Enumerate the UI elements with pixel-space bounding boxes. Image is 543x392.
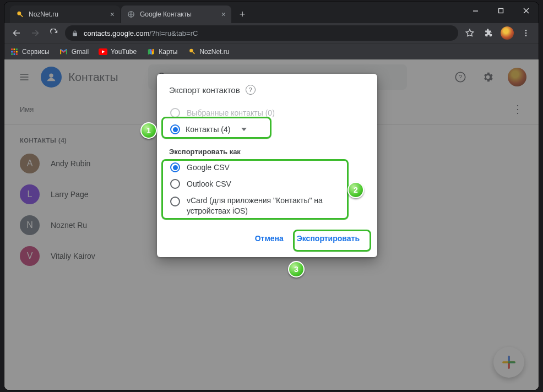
svg-point-7 (525, 35, 527, 36)
extension-icon[interactable] (480, 25, 497, 41)
dialog-title-row: Экспорт контактов ? (169, 85, 365, 95)
url-field[interactable]: contacts.google.com/?hl=ru&tab=rC (65, 25, 458, 41)
back-button[interactable] (9, 25, 24, 41)
radio-icon (170, 197, 180, 206)
help-icon[interactable]: ? (246, 85, 256, 95)
wrench-icon (15, 10, 24, 19)
svg-rect-15 (14, 53, 15, 55)
dialog-title: Экспорт контактов (169, 85, 240, 95)
radio-label: Google CSV (187, 163, 230, 172)
svg-rect-10 (16, 48, 18, 50)
maps-icon (146, 47, 155, 56)
globe-icon (127, 10, 135, 19)
youtube-icon (99, 47, 107, 56)
radio-icon (170, 179, 180, 189)
radio-icon (170, 124, 180, 134)
radio-all-contacts[interactable]: Контакты (4) (169, 121, 365, 138)
close-icon[interactable]: × (221, 10, 226, 19)
maximize-button[interactable] (488, 2, 513, 19)
svg-point-6 (525, 32, 527, 34)
address-bar: contacts.google.com/?hl=ru&tab=rC (4, 23, 539, 43)
gmail-icon (59, 47, 68, 56)
menu-icon[interactable] (518, 25, 534, 41)
radio-icon (170, 162, 180, 172)
minimize-button[interactable] (463, 2, 488, 19)
radio-label: Контакты (4) (186, 125, 230, 134)
wrench-icon (187, 47, 196, 56)
reload-button[interactable] (46, 25, 62, 41)
cancel-button[interactable]: Отмена (249, 230, 289, 247)
radio-label: vCard (для приложения "Контакты" на устр… (187, 195, 364, 216)
profile-avatar-icon[interactable] (499, 25, 515, 41)
tab-strip: NozNet.ru × Google Контакты × + (4, 2, 539, 23)
bookmark-label: Gmail (72, 48, 89, 56)
svg-point-18 (151, 49, 154, 51)
svg-rect-2 (498, 8, 503, 13)
bookmark-bar: Сервисы Gmail YouTube Карты NozNet.ru (4, 43, 539, 59)
bookmark-label: YouTube (111, 48, 137, 56)
tab-noznet[interactable]: NozNet.ru × (10, 6, 120, 23)
svg-rect-12 (14, 51, 15, 52)
tab-title: Google Контакты (140, 10, 192, 18)
svg-rect-8 (11, 48, 13, 50)
close-window-button[interactable] (513, 2, 539, 19)
radio-icon (170, 108, 180, 118)
bookmark-label: NozNet.ru (199, 48, 229, 56)
bookmark-label: Сервисы (22, 48, 50, 56)
url-domain: contacts.google.com (84, 29, 149, 37)
apps-grid-icon (10, 47, 19, 56)
export-contacts-dialog: Экспорт контактов ? Выбранные контакты (… (157, 74, 377, 257)
forward-button[interactable] (28, 25, 43, 41)
svg-rect-14 (11, 53, 13, 55)
export-button[interactable]: Экспортировать (291, 230, 365, 247)
svg-rect-16 (16, 53, 18, 55)
radio-google-csv[interactable]: Google CSV (169, 159, 365, 176)
tab-google-contacts[interactable]: Google Контакты × (121, 6, 231, 23)
radio-selected-contacts: Выбранные контакты (0) (169, 105, 365, 121)
svg-point-5 (525, 30, 527, 31)
svg-rect-13 (16, 51, 18, 52)
tab-title: NozNet.ru (29, 10, 58, 18)
bookmark-label: Карты (159, 48, 177, 56)
window-controls (463, 2, 539, 19)
export-as-label: Экспортировать как (169, 148, 365, 156)
svg-rect-9 (14, 48, 15, 50)
radio-vcard[interactable]: vCard (для приложения "Контакты" на устр… (169, 192, 365, 220)
bookmark-gmail[interactable]: Gmail (59, 47, 89, 56)
url-path: /?hl=ru&tab=rC (149, 29, 198, 37)
svg-rect-11 (11, 51, 13, 52)
browser-window: NozNet.ru × Google Контакты × + (4, 2, 539, 390)
radio-outlook-csv[interactable]: Outlook CSV (169, 176, 365, 192)
bookmark-maps[interactable]: Карты (146, 47, 177, 56)
bookmark-apps[interactable]: Сервисы (10, 47, 50, 56)
close-icon[interactable]: × (110, 10, 115, 19)
chevron-down-icon[interactable] (241, 128, 247, 131)
bookmark-noznet[interactable]: NozNet.ru (187, 47, 229, 56)
bookmark-youtube[interactable]: YouTube (99, 47, 137, 56)
radio-label: Outlook CSV (187, 179, 231, 188)
new-tab-button[interactable]: + (235, 7, 250, 22)
star-icon[interactable] (461, 25, 478, 41)
radio-label: Выбранные контакты (0) (187, 108, 275, 117)
lock-icon (72, 30, 78, 37)
